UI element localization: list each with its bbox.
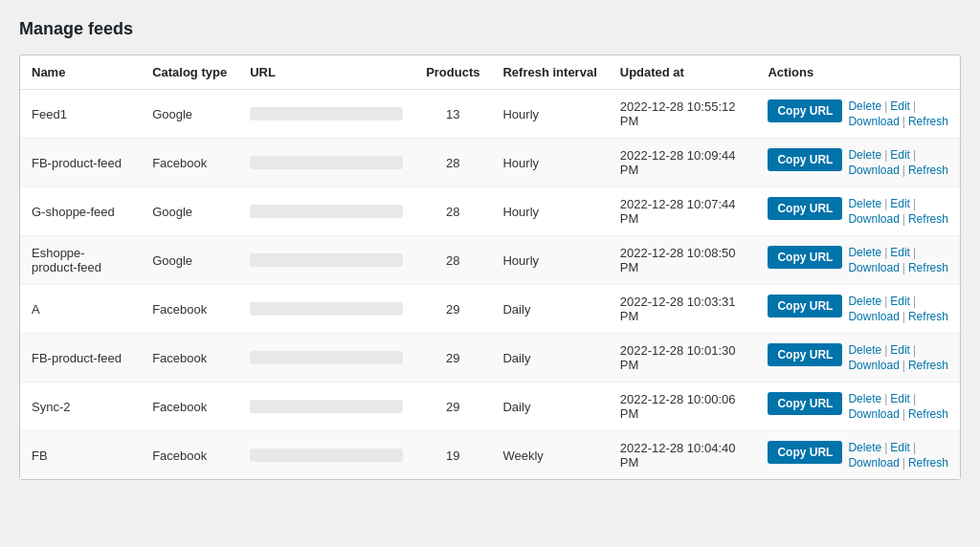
action-links-row-2: Download | Refresh bbox=[848, 115, 948, 128]
cell-catalog-type: Facebook bbox=[141, 334, 238, 383]
delete-link[interactable]: Delete bbox=[848, 392, 881, 405]
table-row: Feed1 Google 13 Hourly 2022-12-28 10:55:… bbox=[20, 90, 960, 139]
cell-url bbox=[238, 139, 414, 187]
actions-cell: Copy URL Delete | Edit | Download | Refr… bbox=[768, 295, 948, 323]
refresh-link[interactable]: Refresh bbox=[908, 212, 948, 226]
table-row: A Facebook 29 Daily 2022-12-28 10:03:31 … bbox=[20, 285, 960, 334]
actions-cell: Copy URL Delete | Edit | Download | Refr… bbox=[768, 99, 948, 128]
col-header-updated-at: Updated at bbox=[609, 55, 757, 90]
action-links: Delete | Edit | Download | Refresh bbox=[848, 246, 948, 274]
action-links: Delete | Edit | Download | Refresh bbox=[848, 197, 948, 226]
refresh-link[interactable]: Refresh bbox=[908, 164, 948, 177]
delete-link[interactable]: Delete bbox=[848, 343, 881, 357]
table-row: FB-product-feed Facebook 29 Daily 2022-1… bbox=[20, 334, 960, 383]
download-link[interactable]: Download bbox=[848, 115, 899, 128]
cell-products: 28 bbox=[414, 139, 491, 187]
cell-products: 13 bbox=[414, 90, 491, 139]
download-link[interactable]: Download bbox=[848, 407, 899, 421]
edit-link[interactable]: Edit bbox=[890, 197, 910, 210]
download-link[interactable]: Download bbox=[848, 456, 899, 470]
cell-actions: Copy URL Delete | Edit | Download | Refr… bbox=[756, 90, 960, 139]
page-title: Manage feeds bbox=[19, 19, 961, 39]
download-link[interactable]: Download bbox=[848, 164, 899, 177]
delete-link[interactable]: Delete bbox=[848, 197, 881, 210]
action-links-row-1: Delete | Edit | bbox=[848, 246, 948, 259]
cell-updated-at: 2022-12-28 10:07:44 PM bbox=[609, 187, 757, 236]
delete-link[interactable]: Delete bbox=[848, 99, 881, 113]
cell-updated-at: 2022-12-28 10:01:30 PM bbox=[609, 334, 757, 383]
action-links-row-1: Delete | Edit | bbox=[848, 148, 948, 162]
copy-url-button[interactable]: Copy URL bbox=[768, 197, 842, 220]
actions-cell: Copy URL Delete | Edit | Download | Refr… bbox=[768, 392, 948, 421]
feeds-table: Name Catalog type URL Products Refresh i… bbox=[20, 55, 960, 479]
action-links-row-1: Delete | Edit | bbox=[848, 99, 948, 113]
refresh-link[interactable]: Refresh bbox=[908, 456, 948, 470]
sep-2: | bbox=[913, 246, 916, 259]
sep-1: | bbox=[884, 148, 887, 162]
delete-link[interactable]: Delete bbox=[848, 246, 881, 259]
url-placeholder bbox=[250, 107, 403, 120]
cell-actions: Copy URL Delete | Edit | Download | Refr… bbox=[756, 187, 960, 236]
refresh-link[interactable]: Refresh bbox=[908, 407, 948, 421]
cell-updated-at: 2022-12-28 10:09:44 PM bbox=[609, 139, 757, 187]
delete-link[interactable]: Delete bbox=[848, 295, 881, 308]
sep-1: | bbox=[884, 343, 887, 357]
download-link[interactable]: Download bbox=[848, 359, 899, 372]
download-link[interactable]: Download bbox=[848, 310, 899, 323]
cell-name: G-shoppe-feed bbox=[20, 187, 141, 236]
url-placeholder bbox=[250, 205, 403, 218]
col-header-url: URL bbox=[238, 55, 414, 90]
copy-url-button[interactable]: Copy URL bbox=[768, 148, 842, 171]
cell-products: 28 bbox=[414, 236, 491, 285]
col-header-actions: Actions bbox=[756, 55, 960, 90]
delete-link[interactable]: Delete bbox=[848, 148, 881, 162]
edit-link[interactable]: Edit bbox=[890, 246, 910, 259]
edit-link[interactable]: Edit bbox=[890, 148, 910, 162]
copy-url-button[interactable]: Copy URL bbox=[768, 99, 842, 122]
copy-url-button[interactable]: Copy URL bbox=[768, 295, 842, 317]
copy-url-button[interactable]: Copy URL bbox=[768, 246, 842, 269]
cell-url bbox=[238, 285, 414, 334]
copy-url-button[interactable]: Copy URL bbox=[768, 441, 842, 464]
cell-name: Sync-2 bbox=[20, 383, 141, 431]
cell-catalog-type: Facebook bbox=[141, 383, 238, 431]
action-links: Delete | Edit | Download | Refresh bbox=[848, 99, 948, 128]
edit-link[interactable]: Edit bbox=[890, 295, 910, 308]
download-link[interactable]: Download bbox=[848, 212, 899, 226]
url-placeholder bbox=[250, 253, 403, 267]
refresh-link[interactable]: Refresh bbox=[908, 310, 948, 323]
copy-url-button[interactable]: Copy URL bbox=[768, 343, 842, 366]
edit-link[interactable]: Edit bbox=[890, 99, 910, 113]
cell-products: 19 bbox=[414, 431, 491, 480]
delete-link[interactable]: Delete bbox=[848, 441, 881, 454]
download-link[interactable]: Download bbox=[848, 261, 899, 274]
cell-catalog-type: Google bbox=[141, 236, 238, 285]
cell-updated-at: 2022-12-28 10:04:40 PM bbox=[609, 431, 757, 480]
edit-link[interactable]: Edit bbox=[890, 392, 910, 405]
sep-2: | bbox=[913, 441, 916, 454]
url-placeholder bbox=[250, 156, 403, 169]
refresh-link[interactable]: Refresh bbox=[908, 261, 948, 274]
sep-1: | bbox=[884, 99, 887, 113]
cell-name: Feed1 bbox=[20, 90, 141, 139]
cell-url bbox=[238, 383, 414, 431]
sep-3: | bbox=[902, 310, 905, 323]
cell-catalog-type: Facebook bbox=[141, 431, 238, 480]
sep-3: | bbox=[902, 164, 905, 177]
sep-2: | bbox=[913, 392, 916, 405]
refresh-link[interactable]: Refresh bbox=[908, 359, 948, 372]
action-links: Delete | Edit | Download | Refresh bbox=[848, 441, 948, 470]
cell-refresh-interval: Weekly bbox=[491, 431, 608, 480]
copy-url-button[interactable]: Copy URL bbox=[768, 392, 842, 415]
col-header-refresh-interval: Refresh interval bbox=[491, 55, 608, 90]
cell-url bbox=[238, 236, 414, 285]
url-placeholder bbox=[250, 302, 403, 316]
sep-3: | bbox=[902, 456, 905, 470]
edit-link[interactable]: Edit bbox=[890, 343, 910, 357]
actions-cell: Copy URL Delete | Edit | Download | Refr… bbox=[768, 343, 948, 372]
cell-products: 29 bbox=[414, 383, 491, 431]
cell-products: 29 bbox=[414, 285, 491, 334]
edit-link[interactable]: Edit bbox=[890, 441, 910, 454]
cell-refresh-interval: Hourly bbox=[491, 90, 608, 139]
refresh-link[interactable]: Refresh bbox=[908, 115, 948, 128]
